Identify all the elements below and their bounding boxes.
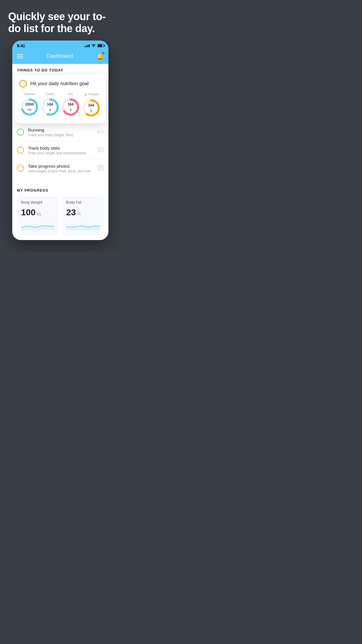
my-progress-section: MY PROGRESS Body Weight 100 kg — [12, 182, 108, 240]
body-fat-card-title: Body Fat — [66, 200, 100, 204]
body-fat-unit: % — [77, 211, 80, 216]
running-circle — [17, 129, 24, 136]
body-weight-card[interactable]: Body Weight 100 kg — [17, 196, 59, 235]
calories-stat: Calories 2000 cal — [20, 92, 39, 117]
progress-cards: Body Weight 100 kg Body Fat — [17, 196, 104, 235]
star-icon: ★ — [84, 92, 87, 97]
body-weight-card-title: Body Weight — [21, 200, 55, 204]
nutrition-card: Hit your daily nutrition goal Calories — [15, 75, 106, 123]
nutrition-card-title: Hit your daily nutrition goal — [30, 81, 89, 87]
body-stats-subtitle: Enter your weight and measurements — [28, 151, 93, 155]
calories-label: Calories — [24, 92, 35, 96]
protein-stat: ★ Protein 164 g — [82, 92, 101, 118]
fat-value: 164 — [67, 102, 74, 106]
photos-title: Take progress photos — [28, 164, 93, 169]
svg-rect-8 — [98, 148, 103, 152]
my-progress-title: MY PROGRESS — [17, 188, 104, 192]
photos-circle — [17, 165, 24, 172]
bell-icon[interactable]: 🔔 — [96, 53, 104, 60]
body-fat-value: 23 — [66, 207, 76, 217]
shoe-icon — [97, 129, 104, 136]
page-background: Quickly see your to-do list for the day.… — [0, 0, 121, 252]
fat-donut: 164 g — [61, 97, 80, 117]
photos-subtitle: Add images of your front, back, and side — [28, 169, 93, 173]
fat-label: Fat — [68, 92, 73, 96]
nutrition-check-circle[interactable] — [19, 80, 27, 88]
body-weight-unit: kg — [37, 211, 41, 216]
body-stats-text: Track body stats Enter your weight and m… — [28, 146, 93, 155]
body-weight-value-row: 100 kg — [21, 207, 55, 217]
protein-donut: 164 g — [82, 98, 101, 118]
body-stats-circle — [17, 147, 24, 154]
photos-text: Take progress photos Add images of your … — [28, 164, 93, 173]
status-bar: 9:41 — [12, 41, 108, 50]
carbs-stat: Carbs 164 g — [41, 92, 60, 117]
todo-body-stats[interactable]: Track body stats Enter your weight and m… — [17, 141, 104, 160]
carbs-donut: 164 g — [41, 97, 60, 117]
svg-point-10 — [100, 166, 101, 168]
todo-running[interactable]: Running Track your stats (target: 5km) — [17, 123, 104, 141]
protein-label: ★ Protein — [84, 92, 99, 97]
body-stats-title: Track body stats — [28, 146, 93, 150]
status-time: 9:41 — [17, 43, 25, 48]
hero-section: Quickly see your to-do list for the day. — [0, 0, 121, 41]
calories-value: 2000 — [25, 102, 34, 106]
scale-icon — [97, 146, 104, 154]
todo-photos[interactable]: Take progress photos Add images of your … — [17, 160, 104, 178]
signal-icon — [85, 44, 90, 47]
running-text: Running Track your stats (target: 5km) — [28, 127, 93, 137]
battery-icon — [97, 44, 104, 47]
todo-list: Running Track your stats (target: 5km) — [12, 123, 108, 178]
wifi-icon — [91, 43, 96, 48]
app-header: Dashboard 🔔 — [12, 50, 108, 64]
protein-value: 164 — [88, 103, 94, 107]
body-fat-card[interactable]: Body Fat 23 % — [62, 196, 104, 235]
phone-frame: 9:41 — [12, 41, 108, 240]
running-subtitle: Track your stats (target: 5km) — [28, 133, 93, 137]
things-today-section: THINGS TO DO TODAY — [12, 64, 108, 75]
body-fat-value-row: 23 % — [66, 207, 100, 217]
card-title-row: Hit your daily nutrition goal — [19, 80, 101, 88]
body-weight-chart — [21, 221, 55, 230]
body-weight-value: 100 — [21, 207, 36, 217]
carbs-value: 164 — [47, 102, 53, 106]
calories-donut: 2000 cal — [20, 97, 39, 117]
hero-title: Quickly see your to-do list for the day. — [8, 10, 113, 35]
carbs-label: Carbs — [46, 92, 54, 96]
nutrition-stats: Calories 2000 cal — [19, 92, 101, 118]
person-icon — [97, 164, 104, 172]
notification-dot — [102, 52, 105, 54]
things-today-heading: THINGS TO DO TODAY — [17, 68, 104, 72]
running-title: Running — [28, 127, 93, 132]
body-fat-chart — [66, 221, 100, 230]
status-icons — [85, 43, 104, 48]
app-content: THINGS TO DO TODAY Hit your daily nutrit… — [12, 64, 108, 240]
fat-stat: Fat 164 g — [61, 92, 80, 117]
menu-icon[interactable] — [17, 54, 23, 58]
header-title: Dashboard — [47, 53, 73, 59]
